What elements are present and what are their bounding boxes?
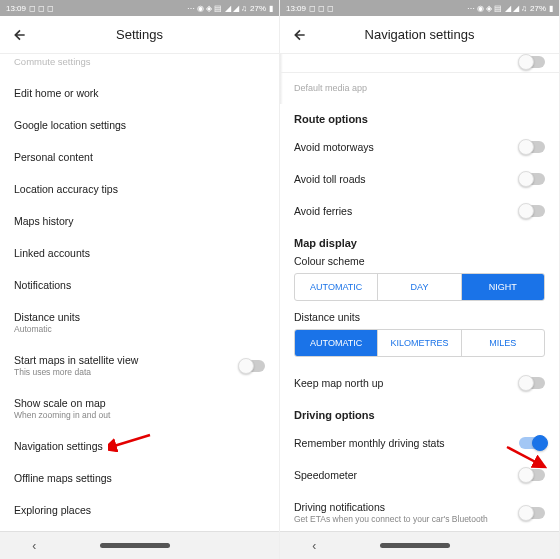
nav-settings-content[interactable]: Default media appRoute optionsAvoid moto… xyxy=(280,54,559,531)
settings-item[interactable]: Navigation settings xyxy=(0,430,279,462)
toggle-switch[interactable] xyxy=(519,507,545,519)
item-label: Remember monthly driving stats xyxy=(294,437,519,449)
item-label: Keep map north up xyxy=(294,377,519,389)
status-app-icons: ◻ ◻ ◻ xyxy=(309,4,334,13)
status-app-icons: ◻ ◻ ◻ xyxy=(29,4,54,13)
back-button[interactable] xyxy=(292,27,308,43)
header: Navigation settings xyxy=(280,16,559,54)
settings-item[interactable]: Edit home or work xyxy=(0,77,279,109)
settings-item[interactable]: Avoid ferries xyxy=(280,195,559,227)
settings-item[interactable]: Commute settings xyxy=(0,54,279,77)
item-label: Personal content xyxy=(14,151,265,163)
item-label: Edit home or work xyxy=(14,87,265,99)
section-route-options: Route options xyxy=(280,103,559,131)
distance-units-segment: AUTOMATICKILOMETRESMILES xyxy=(294,329,545,357)
system-nav: ‹ xyxy=(0,531,279,559)
status-indicators: ⋯ ◉ ◈ ▤ ◢ ◢ ♫ xyxy=(187,4,247,13)
item-label: Offline maps settings xyxy=(14,472,265,484)
item-label: Speedometer xyxy=(294,469,519,481)
distance-units-label: Distance units xyxy=(280,311,559,329)
left-screen: 13:09 ◻ ◻ ◻ ⋯ ◉ ◈ ▤ ◢ ◢ ♫ 27% ▮ Settings… xyxy=(0,0,280,559)
toggle-switch[interactable] xyxy=(239,360,265,372)
battery-icon: ▮ xyxy=(549,4,553,13)
item-label: Avoid toll roads xyxy=(294,173,519,185)
status-time: 13:09 xyxy=(286,4,306,13)
status-battery: 27% xyxy=(250,4,266,13)
settings-item[interactable]: Exploring places xyxy=(0,494,279,526)
settings-item[interactable]: Driving notificationsGet ETAs when you c… xyxy=(280,491,559,531)
item-sublabel: Get ETAs when you connect to your car's … xyxy=(294,514,519,524)
page-title: Navigation settings xyxy=(308,27,531,42)
header: Settings xyxy=(0,16,279,54)
item-label: Linked accounts xyxy=(14,247,265,259)
default-media-label[interactable]: Default media app xyxy=(280,73,559,103)
settings-item[interactable]: Google location settings xyxy=(0,109,279,141)
battery-icon: ▮ xyxy=(269,4,273,13)
toggle-switch[interactable] xyxy=(519,437,545,449)
status-bar: 13:09 ◻ ◻ ◻ ⋯ ◉ ◈ ▤ ◢ ◢ ♫ 27% ▮ xyxy=(0,0,279,16)
item-label: Maps history xyxy=(14,215,265,227)
item-label: Exploring places xyxy=(14,504,265,516)
system-nav: ‹ xyxy=(280,531,559,559)
nav-back-icon[interactable]: ‹ xyxy=(32,539,36,553)
settings-list[interactable]: Commute settingsEdit home or workGoogle … xyxy=(0,54,279,531)
settings-item[interactable]: Maps history xyxy=(0,205,279,237)
toggle-switch[interactable] xyxy=(519,173,545,185)
item-label: Show scale on map xyxy=(14,397,265,409)
settings-item[interactable]: Distance unitsAutomatic xyxy=(0,301,279,344)
nav-home-pill[interactable] xyxy=(100,543,170,548)
item-label: Start maps in satellite view xyxy=(14,354,239,366)
status-battery: 27% xyxy=(530,4,546,13)
item-label: Location accuracy tips xyxy=(14,183,265,195)
settings-item[interactable]: Remember monthly driving stats xyxy=(280,427,559,459)
nav-back-icon[interactable]: ‹ xyxy=(312,539,316,553)
settings-item[interactable]: Avoid motorways xyxy=(280,131,559,163)
settings-item[interactable]: Shake to send feedback xyxy=(0,526,279,531)
toggle-switch[interactable] xyxy=(519,469,545,481)
segment-option[interactable]: NIGHT xyxy=(462,274,544,300)
segment-option[interactable]: DAY xyxy=(378,274,461,300)
cut-item xyxy=(280,54,559,73)
segment-option[interactable]: KILOMETRES xyxy=(378,330,461,356)
segment-option[interactable]: AUTOMATIC xyxy=(295,330,378,356)
right-screen: 13:09 ◻ ◻ ◻ ⋯ ◉ ◈ ▤ ◢ ◢ ♫ 27% ▮ Navigati… xyxy=(280,0,560,559)
page-title: Settings xyxy=(28,27,251,42)
item-label: Notifications xyxy=(14,279,265,291)
item-label: Avoid ferries xyxy=(294,205,519,217)
item-sublabel: When zooming in and out xyxy=(14,410,265,420)
status-bar: 13:09 ◻ ◻ ◻ ⋯ ◉ ◈ ▤ ◢ ◢ ♫ 27% ▮ xyxy=(280,0,559,16)
toggle-switch[interactable] xyxy=(519,141,545,153)
settings-item[interactable]: Avoid toll roads xyxy=(280,163,559,195)
status-indicators: ⋯ ◉ ◈ ▤ ◢ ◢ ♫ xyxy=(467,4,527,13)
back-button[interactable] xyxy=(12,27,28,43)
section-driving-options: Driving options xyxy=(280,399,559,427)
settings-item[interactable]: Show scale on mapWhen zooming in and out xyxy=(0,387,279,430)
item-sublabel: This uses more data xyxy=(14,367,239,377)
item-label: Google location settings xyxy=(14,119,265,131)
item-label: Commute settings xyxy=(14,56,265,67)
settings-item[interactable]: Personal content xyxy=(0,141,279,173)
settings-item[interactable]: Notifications xyxy=(0,269,279,301)
colour-scheme-label: Colour scheme xyxy=(280,255,559,273)
toggle-switch[interactable] xyxy=(519,377,545,389)
item-label: Driving notifications xyxy=(294,501,519,513)
item-label: Navigation settings xyxy=(14,440,265,452)
colour-scheme-segment: AUTOMATICDAYNIGHT xyxy=(294,273,545,301)
segment-option[interactable]: AUTOMATIC xyxy=(295,274,378,300)
nav-home-pill[interactable] xyxy=(380,543,450,548)
item-label: Avoid motorways xyxy=(294,141,519,153)
segment-option[interactable]: MILES xyxy=(462,330,544,356)
settings-item[interactable]: Offline maps settings xyxy=(0,462,279,494)
settings-item[interactable]: Keep map north up xyxy=(280,367,559,399)
settings-item[interactable]: Speedometer xyxy=(280,459,559,491)
settings-item[interactable]: Location accuracy tips xyxy=(0,173,279,205)
status-time: 13:09 xyxy=(6,4,26,13)
settings-item[interactable]: Start maps in satellite viewThis uses mo… xyxy=(0,344,279,387)
toggle-switch[interactable] xyxy=(519,205,545,217)
toggle-switch[interactable] xyxy=(519,56,545,68)
settings-item[interactable]: Linked accounts xyxy=(0,237,279,269)
item-label: Distance units xyxy=(14,311,265,323)
section-map-display: Map display xyxy=(280,227,559,255)
item-sublabel: Automatic xyxy=(14,324,265,334)
